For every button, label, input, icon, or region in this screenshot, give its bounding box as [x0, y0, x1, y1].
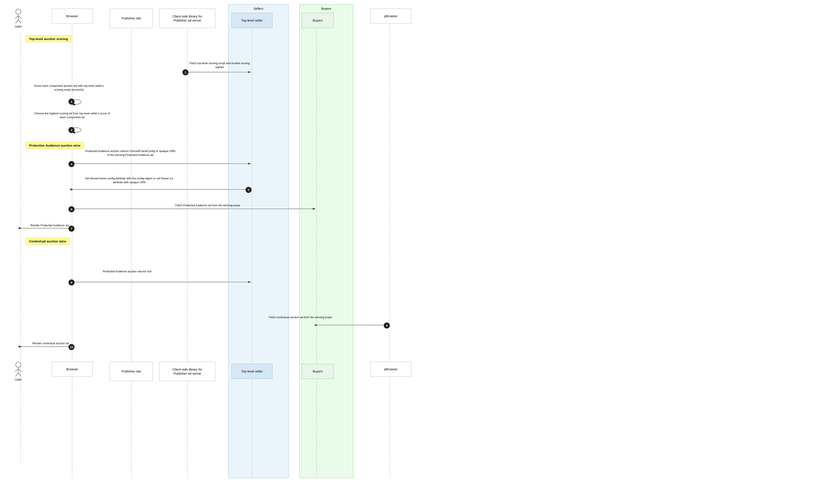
svg-line-22: [18, 20, 21, 23]
user-actor-bottom: User: [13, 362, 24, 381]
publisher-site-actor-top: Publisher site: [110, 9, 153, 28]
circle-2: 2: [68, 99, 75, 105]
svg-line-20: [18, 16, 21, 18]
user-label-bottom: User: [15, 377, 22, 381]
svg-line-21: [15, 20, 18, 23]
publisher-site-actor-bottom: Publisher site: [110, 362, 153, 381]
msg-fetch-scoring: Fetch top-level scoring script and trust…: [190, 61, 250, 69]
msg-fetch-pa: Fetch Protected Audience ad from the win…: [151, 203, 265, 207]
msg-pa-null: Protected Audience auction returns null: [95, 269, 159, 273]
buyers-group: Buyers: [299, 4, 353, 478]
buyers-actor-top: Buyers: [301, 13, 334, 28]
msg-score-each: Score each component auction bid with to…: [31, 84, 107, 92]
circle-6: 6: [68, 206, 75, 212]
buyers-actor-bottom: Buyers: [301, 364, 334, 379]
circle-9: 9: [384, 322, 390, 329]
user-actor-top: User: [13, 9, 24, 28]
circle-10: 10: [68, 344, 75, 350]
user-label-top: User: [15, 24, 22, 28]
sellers-group-label: Sellers: [229, 7, 288, 10]
protective-audience-label: Protective Audience auction wins: [26, 142, 84, 149]
browser-actor-top: Browser: [52, 9, 93, 24]
msg-choose-highest: Choose the highest scoring ad from top-l…: [31, 111, 113, 119]
svg-line-19: [15, 16, 18, 18]
contextual-auction-label: Contextual auction wins: [26, 238, 69, 245]
browser-actor-bottom: Browser: [52, 362, 93, 377]
svg-point-23: [16, 362, 21, 367]
sellers-group: Sellers: [228, 4, 289, 478]
pbrowser-actor-top: pBrowser: [371, 9, 411, 24]
svg-line-26: [18, 369, 21, 371]
svg-line-27: [15, 373, 18, 376]
msg-render-pa: Render Protected Audience ad: [24, 223, 76, 228]
buyers-group-label: Buyers: [300, 7, 353, 10]
circle-5: 5: [246, 187, 251, 193]
top-level-seller-actor-top: Top-level seller: [232, 13, 273, 28]
top-level-auction-scoring-label: Top-level auction scoring: [26, 36, 71, 42]
svg-line-25: [15, 369, 18, 371]
top-level-seller-actor-bottom: Top-level seller: [232, 364, 273, 379]
svg-point-17: [16, 9, 21, 14]
circle-8: 8: [68, 280, 75, 286]
circle-1: 1: [182, 69, 188, 75]
client-lib-actor-bottom: Client-side library for Publisher ad ser…: [159, 362, 215, 381]
pbrowser-actor-bottom: pBrowser: [371, 362, 411, 377]
client-lib-actor-top: Client-side library for Publisher ad ser…: [159, 9, 215, 28]
circle-4: 4: [68, 161, 75, 167]
circle-3: 3: [68, 127, 75, 133]
msg-fetch-contextual: Fetch contextual auction ad from the win…: [243, 315, 357, 319]
svg-line-28: [18, 373, 21, 376]
msg-set-fenced: Set fenced frame config attribute with t…: [84, 177, 175, 184]
circle-7: 7: [68, 225, 75, 232]
msg-pa-returns: Protected Audience auction returns Fence…: [84, 149, 177, 157]
